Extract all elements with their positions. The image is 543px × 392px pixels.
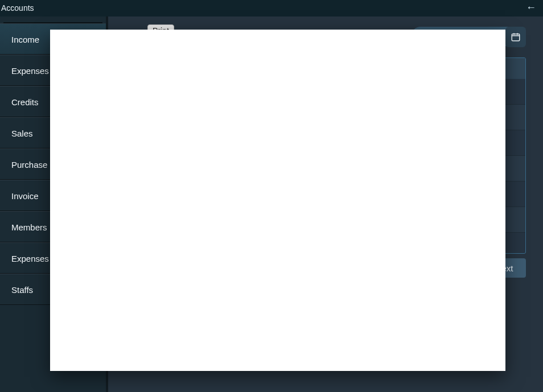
calendar-icon bbox=[511, 32, 521, 42]
sidebar-item-label: Staffs bbox=[11, 285, 33, 295]
sidebar-item-label: Sales bbox=[11, 129, 33, 138]
sidebar-top-divider bbox=[3, 16, 102, 23]
svg-rect-0 bbox=[512, 34, 520, 41]
page-title: Accounts bbox=[1, 3, 34, 13]
top-bar: Accounts ← bbox=[0, 0, 543, 16]
sidebar-item-label: Expenses bbox=[11, 66, 49, 76]
calendar-button[interactable] bbox=[505, 27, 526, 47]
sidebar-item-label: Credits bbox=[11, 97, 39, 107]
sidebar-item-label: Expenses bbox=[11, 254, 49, 263]
print-preview-modal[interactable] bbox=[50, 30, 505, 371]
sidebar-item-label: Members bbox=[11, 222, 47, 232]
sidebar-item-label: Income bbox=[11, 35, 39, 44]
sidebar-item-label: Invoice bbox=[11, 191, 39, 201]
back-arrow-icon[interactable]: ← bbox=[526, 0, 535, 16]
sidebar-item-label: Purchase bbox=[11, 160, 47, 170]
